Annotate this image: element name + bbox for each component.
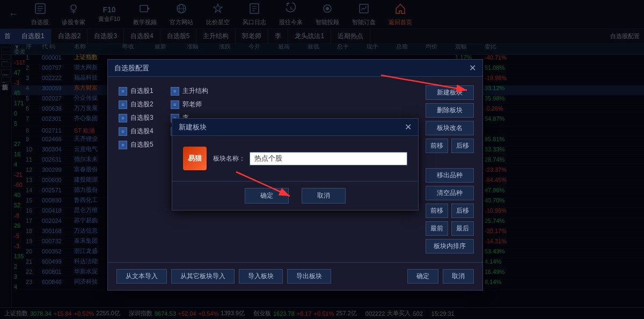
config-left-list: ≡ 自选股1 ≡ 自选股2 ≡ 自选股3 ≡ 自选股4 ≡ 自选股5: [116, 85, 156, 253]
del-block-button[interactable]: 删除板块: [426, 103, 474, 118]
backward-button[interactable]: 后移: [451, 139, 474, 153]
export-block-button[interactable]: 导出板块: [287, 269, 331, 284]
config-confirm-button[interactable]: 确定: [407, 269, 438, 284]
config-list-item[interactable]: ≡ 自选股5: [116, 139, 156, 150]
new-block-footer: 确定 取消: [172, 181, 418, 210]
form-row: 板块名称：: [213, 152, 407, 165]
config-list-item[interactable]: ≡ 自选股1: [116, 85, 156, 97]
import-block-button[interactable]: 导入板块: [239, 269, 283, 284]
move-backward-button[interactable]: 后移: [451, 204, 474, 218]
rename-block-button[interactable]: 板块改名: [426, 121, 474, 135]
new-block-cancel[interactable]: 取消: [302, 188, 346, 204]
list-icon: ≡: [119, 141, 127, 149]
move-row2: 前移 后移: [426, 204, 474, 218]
import-export-buttons: 从文本导入 从其它板块导入 导入板块 导出板块: [116, 269, 331, 284]
new-block-form: 板块名称：: [213, 152, 407, 165]
clear-button[interactable]: 清空品种: [426, 186, 474, 200]
config-right-buttons: 新建板块 删除板块 板块改名 前移 后移 移出品种 清空品种 前移 后移 最前 …: [426, 85, 474, 253]
config-list-item[interactable]: ≡ 自选股2: [116, 99, 156, 110]
list-icon: ≡: [119, 87, 127, 96]
new-block-confirm[interactable]: 确定: [245, 188, 289, 204]
confirm-cancel-buttons: 确定 取消: [407, 269, 474, 284]
move-row: 前移 后移: [426, 139, 474, 153]
config-cancel-button[interactable]: 取消: [443, 269, 474, 284]
sort-inner-button[interactable]: 板块内排序: [426, 239, 474, 253]
form-label: 板块名称：: [213, 154, 245, 163]
forward-button[interactable]: 前移: [426, 139, 448, 153]
config-footer: 从文本导入 从其它板块导入 导入板块 导出板块 确定 取消: [108, 262, 482, 290]
config-list-item[interactable]: ≡ 郭老师: [169, 99, 214, 110]
new-block-dialog-title: 新建板块 ✕: [172, 119, 418, 136]
new-block-dialog: 新建板块 ✕ 易猫 板块名称： 确定 取消: [172, 118, 419, 211]
list-icon: ≡: [119, 100, 127, 109]
new-block-button[interactable]: 新建板块: [426, 85, 474, 100]
list-icon: ≡: [119, 127, 127, 136]
move-in-button[interactable]: 移出品种: [426, 168, 474, 183]
first-button[interactable]: 最前: [426, 221, 448, 236]
last-button[interactable]: 最后: [451, 221, 474, 236]
first-last-row: 最前 最后: [426, 221, 474, 236]
import-text-button[interactable]: 从文本导入: [116, 269, 167, 284]
config-list-item[interactable]: ≡ 自选股3: [116, 112, 156, 124]
import-other-button[interactable]: 从其它板块导入: [171, 269, 235, 284]
list-icon: ≡: [171, 100, 179, 109]
config-list-item[interactable]: ≡ 主升结构: [169, 85, 214, 97]
config-dialog-title: 自选股配置 ✕: [108, 60, 482, 77]
list-icon: ≡: [171, 87, 179, 96]
block-name-input[interactable]: [250, 152, 407, 165]
list-icon: ≡: [119, 114, 127, 122]
new-block-close[interactable]: ✕: [405, 122, 412, 132]
config-list-item[interactable]: ≡ 自选股4: [116, 126, 156, 137]
new-block-body: 易猫 板块名称：: [172, 136, 418, 181]
yicai-logo: 易猫: [183, 147, 207, 170]
move-forward-button[interactable]: 前移: [426, 204, 448, 218]
config-dialog-close[interactable]: ✕: [469, 63, 476, 73]
